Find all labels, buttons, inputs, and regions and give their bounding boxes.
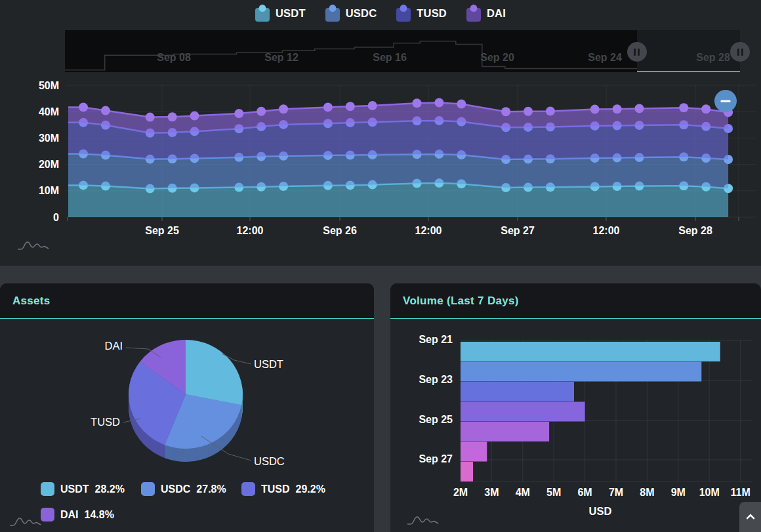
navigator-date-label: Sep 16 — [373, 52, 407, 64]
data-point-dai[interactable] — [546, 106, 555, 115]
legend-swatch — [41, 482, 54, 496]
x-axis-tick-label: 9M — [671, 487, 686, 498]
stacked-area-chart[interactable]: 010M20M30M40M50MSep 2512:00Sep 2612:00Se… — [0, 75, 761, 239]
volume-bar-sep-23[interactable] — [461, 382, 574, 401]
x-axis-tick-label: 8M — [640, 487, 654, 498]
data-point-dai[interactable] — [190, 112, 199, 121]
bullet-dot-icon — [329, 5, 336, 12]
y-axis-label: 20M — [39, 159, 59, 170]
bar-category-label: Sep 21 — [419, 334, 453, 345]
stablecoin-supply-chart-panel: USDTUSDCTUSDDAI Sep 08Sep 12Sep 16Sep 20… — [0, 0, 761, 266]
x-axis-label: 12:00 — [593, 225, 620, 236]
navigator-handle-left[interactable] — [627, 42, 647, 62]
data-point-dai[interactable] — [590, 105, 600, 114]
x-axis-label: Sep 27 — [501, 225, 535, 236]
x-axis-label: 12:00 — [237, 225, 264, 236]
x-axis-tick-label: 6M — [577, 487, 592, 498]
pie-legend-item-usdc[interactable]: USDC27.8% — [141, 482, 241, 496]
legend-swatch — [241, 482, 255, 496]
bullet-dot-icon — [400, 5, 407, 12]
volume-bar-sep-21[interactable] — [461, 342, 720, 361]
legend-item-usdc[interactable]: USDC — [325, 5, 377, 22]
bullet-dot-icon — [470, 5, 477, 12]
navigator-date-label: Sep 20 — [480, 52, 514, 64]
data-point-dai[interactable] — [413, 98, 422, 108]
y-axis-label: 30M — [39, 133, 59, 144]
assets-panel: Assets USDTUSDCTUSDDAI USDT28.2%USDC27.8… — [0, 283, 374, 532]
scroll-to-top-button[interactable] — [739, 502, 761, 532]
volume-bar-sep-27[interactable] — [461, 462, 473, 481]
data-point-dai[interactable] — [635, 104, 644, 113]
area-series-icon — [466, 8, 481, 22]
y-axis-label: 0 — [53, 212, 59, 223]
x-axis-tick-label: 5M — [546, 487, 561, 498]
data-point-dai[interactable] — [434, 98, 443, 108]
x-axis-tick-label: 2M — [453, 487, 468, 498]
data-point-dai[interactable] — [146, 113, 155, 122]
bullet-dot-icon — [258, 5, 266, 12]
data-point-dai[interactable] — [279, 104, 288, 113]
assets-panel-header: Assets — [0, 283, 374, 319]
panel-title: Volume (Last 7 Days) — [403, 295, 519, 308]
legend-swatch — [41, 508, 54, 522]
legend-label: USDC — [161, 483, 190, 495]
data-point-dai[interactable] — [524, 107, 533, 116]
legend-label: DAI — [487, 7, 506, 20]
data-point-dai[interactable] — [346, 102, 355, 111]
legend-value: 14.8% — [85, 509, 114, 521]
x-axis-title: USD — [589, 505, 612, 517]
x-axis-label: Sep 25 — [145, 225, 179, 236]
data-point-dai[interactable] — [501, 107, 510, 116]
legend-label: DAI — [60, 509, 79, 521]
legend-swatch — [141, 482, 155, 496]
y-axis-label: 50M — [39, 80, 59, 91]
data-point-dai[interactable] — [457, 100, 466, 109]
amcharts-logo-waves-icon[interactable] — [407, 513, 440, 527]
data-point-dai[interactable] — [613, 104, 622, 113]
amcharts-logo-waves-icon[interactable] — [9, 514, 42, 528]
pause-bars-icon — [638, 49, 640, 56]
legend-item-tusd[interactable]: TUSD — [396, 5, 447, 22]
data-point-dai[interactable] — [101, 106, 110, 115]
data-point-dai[interactable] — [701, 104, 710, 113]
pie-legend-item-tusd[interactable]: TUSD29.2% — [241, 482, 342, 496]
volume-bar-sep-24[interactable] — [461, 402, 585, 422]
volume-bar-sep-22[interactable] — [461, 362, 701, 382]
date-range-navigator[interactable]: Sep 08Sep 12Sep 16Sep 20Sep 24Sep 28 — [65, 30, 740, 72]
navigator-date-label: Sep 24 — [588, 52, 622, 64]
zoom-out-button[interactable] — [714, 90, 737, 112]
data-point-dai[interactable] — [234, 109, 243, 118]
panel-title: Assets — [12, 295, 51, 308]
volume-bar-sep-26[interactable] — [461, 442, 487, 462]
area-series-icon — [396, 8, 411, 22]
legend-item-usdt[interactable]: USDT — [255, 5, 306, 22]
data-point-dai[interactable] — [323, 102, 333, 112]
legend-item-dai[interactable]: DAI — [466, 5, 506, 22]
area-series-icon — [255, 8, 270, 22]
assets-pie-chart[interactable]: USDTUSDCTUSDDAI — [0, 319, 374, 480]
navigator-date-label: Sep 12 — [264, 52, 298, 64]
pie-legend-item-dai[interactable]: DAI14.8% — [41, 508, 141, 522]
volume-panel-header: Volume (Last 7 Days) — [390, 283, 761, 319]
data-point-dai[interactable] — [257, 107, 266, 116]
data-point-dai[interactable] — [679, 103, 688, 112]
pie-legend-item-usdt[interactable]: USDT28.2% — [41, 482, 141, 496]
x-axis-label: Sep 28 — [678, 225, 712, 236]
minus-icon — [721, 100, 731, 102]
data-point-dai[interactable] — [168, 112, 177, 121]
volume-bar-chart[interactable]: Sep 21Sep 23Sep 25Sep 272M3M4M5M6M7M8M9M… — [390, 319, 761, 532]
data-point-dai[interactable] — [79, 102, 88, 112]
pie-slice-label: USDT — [254, 358, 283, 370]
pause-bars-icon — [634, 49, 636, 56]
legend-value: 27.8% — [196, 483, 226, 495]
data-point-dai[interactable] — [368, 101, 377, 110]
navigator-handle-right[interactable] — [730, 42, 750, 62]
pie-legend-row-1: USDT28.2%USDC27.8%TUSD29.2% — [0, 482, 374, 496]
pie-slice-usdt[interactable] — [186, 340, 243, 405]
pie-slice-label: DAI — [104, 340, 123, 352]
amcharts-logo-waves-icon[interactable] — [17, 238, 50, 252]
legend-value: 29.2% — [296, 483, 325, 495]
volume-bar-sep-25[interactable] — [461, 422, 549, 441]
navigator-selection[interactable] — [637, 30, 740, 72]
y-axis-label: 40M — [39, 106, 59, 117]
